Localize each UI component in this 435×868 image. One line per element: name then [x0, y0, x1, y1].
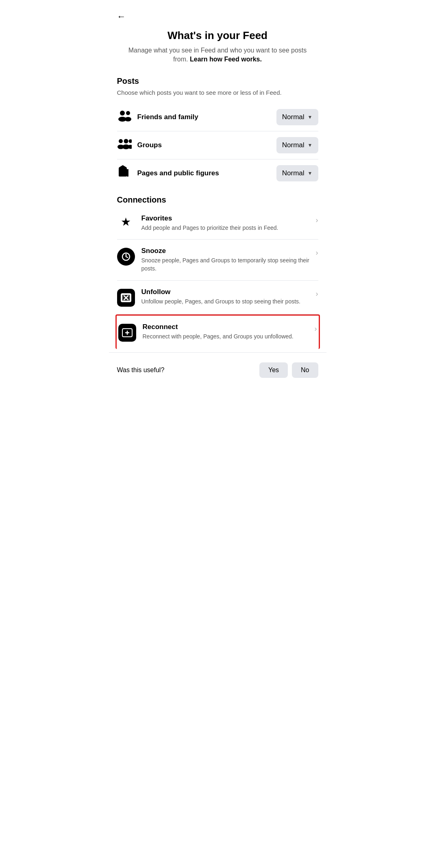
- favorites-left: ★ Favorites Add people and Pages to prio…: [117, 214, 313, 232]
- unfollow-item[interactable]: Unfollow Unfollow people, Pages, and Gro…: [117, 281, 318, 314]
- unfollow-icon: [117, 289, 135, 307]
- favorites-text: Favorites Add people and Pages to priori…: [141, 214, 313, 232]
- posts-section-desc: Choose which posts you want to see more …: [117, 88, 318, 97]
- groups-dropdown-value: Normal: [282, 141, 304, 149]
- page-subtitle: Manage what you see in Feed and who you …: [117, 46, 318, 64]
- svg-rect-12: [127, 169, 128, 177]
- reconnect-chevron: ›: [311, 323, 317, 333]
- snooze-chevron: ›: [313, 247, 318, 257]
- svg-rect-10: [119, 168, 127, 177]
- star-icon: ★: [121, 215, 131, 229]
- pages-dropdown[interactable]: Normal ▼: [276, 165, 318, 181]
- connections-section: Connections ★ Favorites Add people and P…: [109, 187, 326, 349]
- svg-point-6: [124, 139, 128, 144]
- friends-icon: [117, 109, 132, 124]
- snooze-title: Snooze: [141, 247, 313, 255]
- friends-family-item: Friends and family Normal ▼: [117, 103, 318, 131]
- reconnect-text: Reconnect Reconnect with people, Pages, …: [143, 323, 311, 341]
- svg-point-2: [126, 111, 130, 115]
- unfollow-chevron: ›: [313, 288, 318, 298]
- useful-label: Was this useful?: [117, 366, 165, 374]
- snooze-desc: Snooze people, Pages and Groups to tempo…: [141, 257, 313, 273]
- favorites-desc: Add people and Pages to prioritize their…: [141, 224, 313, 232]
- snooze-text: Snooze Snooze people, Pages and Groups t…: [141, 247, 313, 273]
- favorites-item[interactable]: ★ Favorites Add people and Pages to prio…: [117, 207, 318, 240]
- svg-point-8: [128, 140, 132, 143]
- unfollow-title: Unfollow: [141, 288, 313, 296]
- friends-family-dropdown-arrow: ▼: [308, 114, 313, 120]
- yes-button[interactable]: Yes: [259, 362, 288, 378]
- favorites-title: Favorites: [141, 214, 313, 222]
- snooze-icon: [117, 248, 135, 266]
- groups-icon: [117, 137, 132, 153]
- useful-section: Was this useful? Yes No: [109, 352, 326, 388]
- friends-family-dropdown[interactable]: Normal ▼: [276, 109, 318, 125]
- groups-dropdown-arrow: ▼: [308, 142, 313, 148]
- back-button[interactable]: ←: [117, 8, 126, 25]
- unfollow-left: Unfollow Unfollow people, Pages, and Gro…: [117, 288, 313, 307]
- groups-left: Groups: [117, 137, 162, 153]
- reconnect-item[interactable]: Reconnect Reconnect with people, Pages, …: [115, 314, 320, 349]
- page-container: ← What's in your Feed Manage what you se…: [109, 0, 326, 388]
- reconnect-title: Reconnect: [143, 323, 311, 331]
- posts-section: Posts Choose which posts you want to see…: [109, 68, 326, 187]
- reconnect-icon: [118, 324, 136, 342]
- connections-section-title: Connections: [117, 195, 318, 205]
- favorites-icon-wrap: ★: [117, 214, 135, 229]
- unfollow-desc: Unfollow people, Pages, and Groups to st…: [141, 298, 313, 306]
- pages-label: Pages and public figures: [137, 169, 219, 177]
- friends-family-label: Friends and family: [137, 113, 198, 121]
- pages-dropdown-value: Normal: [282, 169, 304, 177]
- friends-family-dropdown-value: Normal: [282, 113, 304, 121]
- header: ← What's in your Feed Manage what you se…: [109, 0, 326, 68]
- svg-point-3: [125, 117, 131, 122]
- reconnect-left: Reconnect Reconnect with people, Pages, …: [118, 323, 311, 342]
- back-icon: ←: [117, 11, 126, 22]
- pages-icon: [117, 165, 132, 181]
- svg-point-0: [120, 111, 125, 116]
- pages-dropdown-arrow: ▼: [308, 170, 313, 176]
- groups-item: Groups Normal ▼: [117, 131, 318, 159]
- useful-buttons: Yes No: [259, 362, 318, 378]
- snooze-item[interactable]: Snooze Snooze people, Pages and Groups t…: [117, 240, 318, 280]
- groups-dropdown[interactable]: Normal ▼: [276, 137, 318, 153]
- unfollow-icon-wrap: [117, 288, 135, 307]
- posts-section-title: Posts: [117, 76, 318, 86]
- no-button[interactable]: No: [292, 362, 318, 378]
- favorites-chevron: ›: [313, 214, 318, 225]
- snooze-icon-wrap: [117, 247, 135, 266]
- snooze-left: Snooze Snooze people, Pages and Groups t…: [117, 247, 313, 273]
- page-title: What's in your Feed: [117, 29, 318, 42]
- reconnect-icon-wrap: [118, 323, 136, 342]
- svg-marker-11: [119, 165, 127, 168]
- unfollow-text: Unfollow Unfollow people, Pages, and Gro…: [141, 288, 313, 306]
- groups-label: Groups: [137, 141, 162, 149]
- learn-link[interactable]: Learn how Feed works.: [190, 56, 262, 63]
- friends-family-left: Friends and family: [117, 109, 198, 124]
- svg-point-4: [119, 139, 123, 143]
- pages-left: Pages and public figures: [117, 165, 219, 181]
- reconnect-desc: Reconnect with people, Pages, and Groups…: [143, 333, 311, 341]
- pages-item: Pages and public figures Normal ▼: [117, 159, 318, 187]
